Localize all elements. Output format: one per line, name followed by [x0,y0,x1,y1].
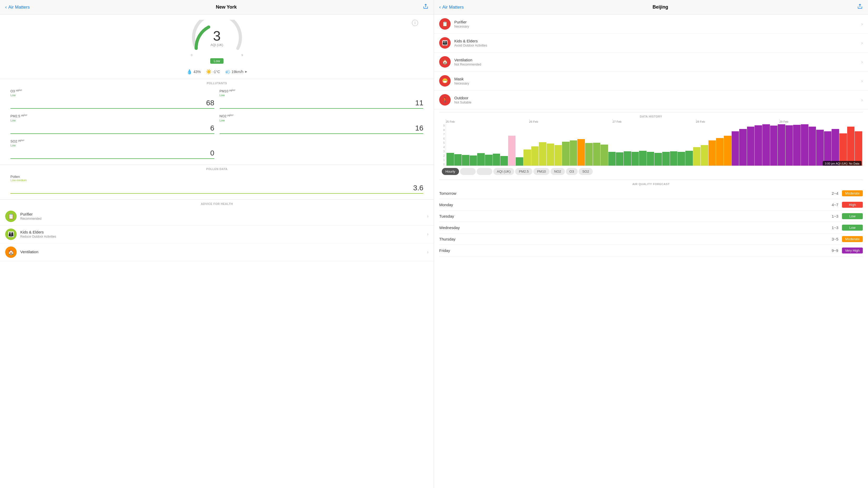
chart-bar-14[interactable] [555,145,562,166]
chart-bar-15[interactable] [562,142,569,166]
tab-daily[interactable] [460,168,476,175]
chart-bar-38[interactable] [739,129,747,166]
chart-bar-16[interactable] [570,140,577,166]
chart-bar-53[interactable] [855,131,862,166]
aqi-value: 3 [211,29,223,43]
chart-bar-6[interactable] [493,154,500,166]
chart-tooltip: 3:00 pm AQI (UK): No Data [823,161,862,166]
right-share-button[interactable] [857,4,863,11]
chart-bar-18[interactable] [585,143,593,166]
r-advice-ventilation[interactable]: 🏠 Ventilation Not Recommended › [434,53,868,71]
advice-ventilation[interactable]: 🏠 Ventilation › [0,243,434,261]
forecast-item-monday: Monday 4~7 High [439,199,863,210]
chart-bar-28[interactable] [662,152,670,166]
kids-elders-icon: 👨‍👩‍👧 [5,229,17,240]
forecast-item-tomorrow: Tomorrow 2~4 Moderate [439,188,863,199]
chart-bar-22[interactable] [616,152,623,166]
chart-bar-45[interactable] [793,125,801,166]
chart-bar-43[interactable] [778,124,785,166]
pollen-header: POLLEN DATA [0,165,434,173]
tab-hourly[interactable]: Hourly [442,168,459,175]
forecast-day-tuesday: Tuesday [439,214,832,218]
pollutant-o3: O3 μg/m³ Low 68 [8,87,217,112]
chart-bar-27[interactable] [654,153,662,166]
pollutant-pm10-value: 11 [415,99,423,107]
chart-bar-11[interactable] [531,147,539,166]
tab-pm10[interactable]: PM10 [533,168,550,175]
chart-date-27feb: 27 Feb [613,120,696,123]
chart-bar-33[interactable] [701,145,708,166]
right-back-label: Air Matters [442,5,464,10]
chart-bar-30[interactable] [678,152,685,166]
chart-bar-24[interactable] [631,152,639,166]
weather-row: 💧 43% ☀️ -1°C 💨 19km/h ➤ [0,66,434,79]
gauge-scale: 0 9 [191,54,243,57]
chart-bar-0[interactable] [446,153,454,166]
r-outdoor-title: Outdoor [454,96,861,100]
chart-bar-49[interactable] [824,131,832,166]
pollutants-grid: O3 μg/m³ Low 68 PM10 μg/m³ Low 11 PM2.5 … [0,87,434,165]
chart-bar-35[interactable] [716,138,723,166]
r-advice-kids-text: Kids & Elders Avoid Outdoor Activities [454,39,861,47]
advice-purifier[interactable]: 📋 Purifier Recommended › [0,207,434,225]
left-back-button[interactable]: ‹ Air Matters [5,4,30,10]
r-purifier-title: Purifier [454,20,861,24]
forecast-range-monday: 4~7 [832,202,838,207]
chart-bar-34[interactable] [709,140,716,166]
chart-bar-12[interactable] [539,142,547,166]
info-button[interactable]: i [412,20,418,26]
chart-bar-42[interactable] [770,126,778,166]
chart-bar-19[interactable] [593,143,600,166]
chart-bar-32[interactable] [693,147,701,166]
chart-bar-21[interactable] [608,152,616,166]
chart-bar-31[interactable] [685,151,693,166]
right-back-button[interactable]: ‹ Air Matters [439,4,464,10]
chart-bar-8[interactable] [508,136,516,166]
chart-bar-1[interactable] [454,154,462,166]
chart-bar-17[interactable] [577,139,585,166]
advice-kids-elders[interactable]: 👨‍👩‍👧 Kids & Elders Reduce Outdoor Activ… [0,225,434,243]
tab-monthly[interactable] [477,168,492,175]
chart-bar-3[interactable] [470,156,477,166]
aqi-gauge: 3 AQI (UK) [191,20,243,51]
gauge-min: 0 [191,54,192,57]
right-header: ‹ Air Matters Beijing [434,0,868,14]
tab-pm25[interactable]: PM2.5 [515,168,532,175]
chart-bar-4[interactable] [477,153,485,166]
chart-bar-36[interactable] [724,136,732,166]
chart-bar-46[interactable] [801,124,808,166]
chart-bar-29[interactable] [670,151,678,166]
tab-so2[interactable]: SO2 [579,168,593,175]
tab-aqi-uk[interactable]: AQI (UK) [493,168,515,175]
chart-bar-13[interactable] [547,143,554,166]
tab-no2[interactable]: NO2 [551,168,565,175]
chart-bar-47[interactable] [809,127,816,166]
chart-bar-20[interactable] [600,144,608,166]
r-advice-mask[interactable]: 😷 Mask Necessary › [434,71,868,91]
chart-bar-10[interactable] [524,150,531,166]
left-share-button[interactable] [423,4,429,11]
chart-bar-37[interactable] [732,131,739,166]
chart-bar-41[interactable] [762,124,770,166]
chart-bar-52[interactable] [847,127,855,166]
chart-bar-40[interactable] [754,125,762,166]
chart-bar-48[interactable] [816,130,824,166]
r-advice-outdoor[interactable]: 🚶 Outdoor Not Suitable › [434,91,868,109]
tab-o3[interactable]: O3 [566,168,578,175]
r-advice-kids[interactable]: 👨‍👩‍👧 Kids & Elders Avoid Outdoor Activi… [434,34,868,53]
chart-bar-50[interactable] [832,129,839,166]
chart-bar-44[interactable] [785,125,793,166]
chart-bar-23[interactable] [624,151,631,166]
chart-bar-2[interactable] [462,155,469,166]
temperature-value: -1°C [213,70,220,74]
chart-bar-7[interactable] [500,156,508,166]
chart-bar-26[interactable] [647,152,654,166]
r-advice-purifier[interactable]: 📋 Purifier Necessary › [434,14,868,34]
chart-bar-25[interactable] [639,151,647,166]
pollen-name: Pollen [10,175,423,178]
chart-bar-5[interactable] [485,155,493,166]
chart-bar-9[interactable] [516,157,523,166]
data-history-header: DATA HISTORY [439,112,863,120]
r-kids-subtitle: Avoid Outdoor Activities [454,44,861,47]
chart-bar-39[interactable] [747,127,754,166]
